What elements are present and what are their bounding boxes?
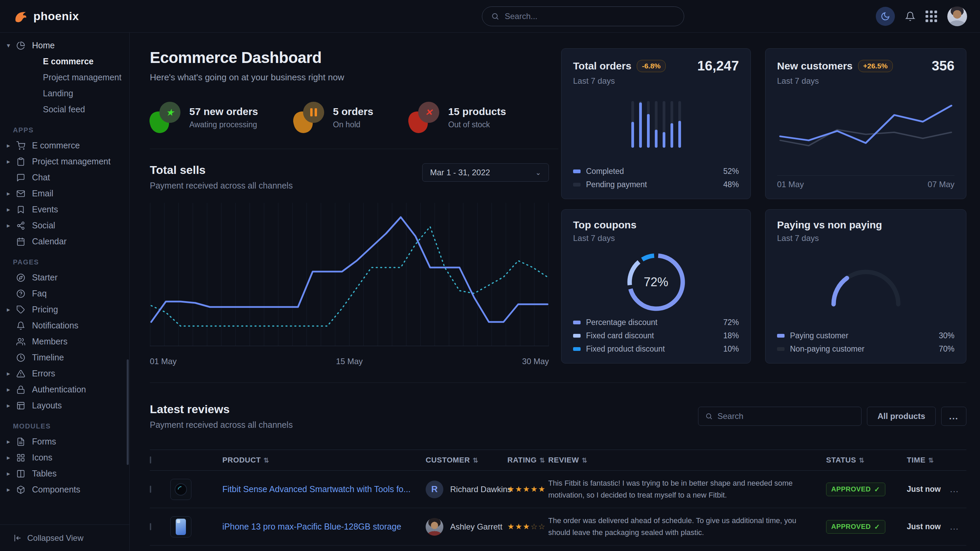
brand-logo[interactable]: phoenix (13, 8, 79, 24)
sidebar-item-project-management[interactable]: Project management (0, 70, 129, 86)
sidebar-item-components[interactable]: ▸ Components (0, 481, 129, 497)
tag-icon (16, 305, 31, 314)
apps-grid-button[interactable] (926, 11, 937, 22)
sidebar-item-chat[interactable]: Chat (0, 170, 129, 186)
sidebar-item-tables[interactable]: ▸ Tables (0, 465, 129, 481)
topbar-actions (876, 6, 967, 26)
check-icon: ✓ (874, 523, 880, 531)
sidebar-item-social[interactable]: ▸ Social (0, 218, 129, 233)
caret-right-icon: ▸ (7, 141, 16, 149)
sidebar-item-pricing[interactable]: ▸ Pricing (0, 302, 129, 318)
layout-icon (16, 401, 31, 410)
total-orders-card: Total orders -6.8% 16,247 Last 7 days Co… (561, 48, 751, 199)
reviews-menu-button[interactable]: ... (941, 407, 966, 426)
column-header-customer[interactable]: CUSTOMER⇅ (426, 456, 508, 465)
sidebar-item-calendar[interactable]: Calendar (0, 233, 129, 249)
x-axis-label: 30 May (522, 357, 549, 366)
column-header-time[interactable]: TIME⇅ (907, 456, 950, 465)
theme-toggle-button[interactable] (876, 7, 895, 26)
avatar: R (426, 481, 443, 498)
select-all-checkbox[interactable] (150, 456, 151, 464)
sort-icon: ⇅ (539, 456, 545, 464)
moon-icon (881, 11, 890, 21)
total-sells-chart: 01 May 15 May 30 May (150, 203, 549, 366)
sort-icon: ⇅ (473, 456, 479, 464)
time-cell: Just now (907, 522, 950, 531)
customer-cell: Ashley Garrett (426, 518, 508, 536)
product-image-iphone[interactable] (170, 516, 191, 537)
stat-new-orders: ★ 57 new ordersAwating processing (150, 102, 258, 133)
caret-right-icon: ▸ (7, 470, 16, 478)
legend-item: Pending payment 48% (573, 180, 739, 189)
status-badge: APPROVED✓ (826, 483, 885, 496)
clipboard-icon (16, 157, 31, 166)
search-icon (705, 413, 713, 420)
product-link[interactable]: Fitbit Sense Advanced Smartwatch with To… (222, 484, 426, 494)
caret-right-icon: ▸ (7, 190, 16, 197)
sidebar-item-timeline[interactable]: Timeline (0, 349, 129, 365)
row-checkbox[interactable] (150, 523, 151, 530)
mail-icon (16, 189, 31, 198)
sidebar-item-forms[interactable]: ▸ Forms (0, 433, 129, 449)
column-header-product[interactable]: PRODUCT⇅ (222, 456, 426, 465)
phoenix-flame-icon (13, 8, 29, 24)
legend-item: Paying customer 30% (777, 331, 955, 340)
sidebar-item-notifications[interactable]: Notifications (0, 318, 129, 333)
page-title: Ecommerce Dashboard (150, 48, 558, 67)
sidebar-item-members[interactable]: Members (0, 333, 129, 349)
sidebar-item-authentication[interactable]: ▸ Authentication (0, 381, 129, 397)
topbar: phoenix (0, 0, 980, 33)
user-avatar[interactable] (947, 6, 967, 26)
global-search-input[interactable] (504, 11, 675, 21)
sidebar-item-icons[interactable]: ▸ Icons (0, 449, 129, 465)
product-link[interactable]: iPhone 13 pro max-Pacific Blue-128GB sto… (222, 522, 426, 532)
sidebar-item-events[interactable]: ▸ Events (0, 202, 129, 218)
sidebar-item-ecommerce[interactable]: E commerce (0, 54, 129, 70)
avatar (426, 518, 443, 536)
caret-right-icon: ▸ (7, 438, 16, 446)
clock-icon (16, 353, 31, 362)
sidebar-item-starter[interactable]: Starter (0, 270, 129, 286)
date-range-select[interactable]: Mar 1 - 31, 2022 ⌄ (422, 164, 549, 182)
sidebar-item-landing[interactable]: Landing (0, 86, 129, 102)
collapse-sidebar-button[interactable]: Collapsed View (0, 524, 129, 551)
caret-right-icon: ▸ (7, 454, 16, 462)
out-of-stock-icon: ✕ (409, 102, 440, 133)
bell-icon (905, 11, 915, 21)
all-products-button[interactable]: All products (867, 407, 936, 426)
caret-down-icon: ▾ (7, 41, 16, 49)
notifications-button[interactable] (905, 11, 915, 21)
users-icon (16, 337, 31, 346)
product-image-smartwatch[interactable] (170, 479, 191, 500)
global-search[interactable] (482, 6, 684, 26)
search-icon (491, 12, 499, 21)
file-text-icon (16, 437, 31, 446)
row-menu-button[interactable]: ... (950, 522, 966, 532)
legend-item: Completed 52% (573, 167, 739, 176)
check-icon: ✓ (874, 485, 880, 494)
reviews-search-input[interactable] (718, 411, 854, 421)
sidebar-item-project-management-app[interactable]: ▸ Project management (0, 154, 129, 170)
columns-icon (16, 469, 31, 478)
sidebar-item-home[interactable]: ▾ Home (0, 37, 129, 54)
x-axis-label: 15 May (336, 357, 363, 366)
new-orders-icon: ★ (150, 102, 181, 133)
column-header-rating[interactable]: RATING⇅ (508, 456, 548, 465)
sort-icon: ⇅ (859, 456, 865, 464)
row-menu-button[interactable]: ... (950, 484, 966, 494)
row-checkbox[interactable] (150, 486, 151, 493)
column-header-review[interactable]: REVIEW⇅ (548, 456, 826, 465)
sidebar-item-faq[interactable]: Faq (0, 286, 129, 302)
sidebar-item-errors[interactable]: ▸ Errors (0, 365, 129, 381)
reviews-search[interactable] (698, 407, 862, 426)
sidebar-item-email[interactable]: ▸ Email (0, 186, 129, 202)
bookmark-icon (16, 205, 31, 214)
package-icon (16, 485, 31, 494)
sidebar-item-ecommerce-app[interactable]: ▸ E commerce (0, 138, 129, 154)
nine-dots-icon (926, 11, 937, 22)
sidebar-item-social-feed[interactable]: Social feed (0, 102, 129, 118)
column-header-status[interactable]: STATUS⇅ (826, 456, 907, 465)
sidebar-scrollbar[interactable] (127, 359, 129, 465)
legend-item: Non-paying customer 70% (777, 345, 955, 354)
sidebar-item-layouts[interactable]: ▸ Layouts (0, 397, 129, 413)
